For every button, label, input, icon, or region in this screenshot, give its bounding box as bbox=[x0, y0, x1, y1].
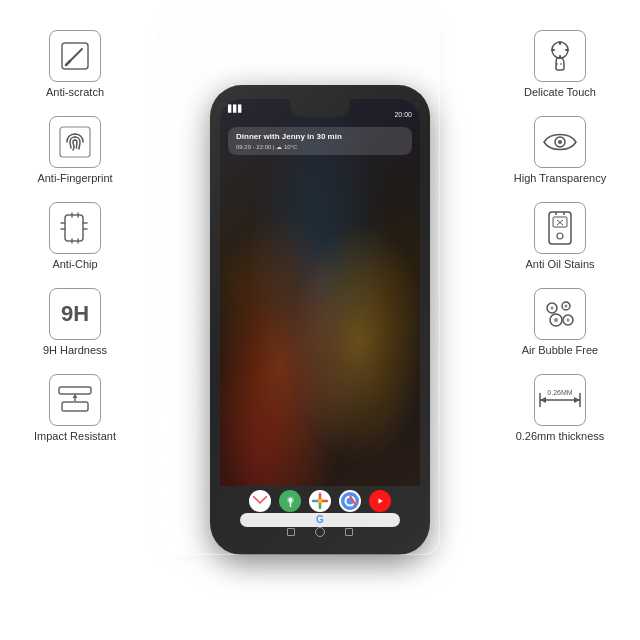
feature-anti-scratch: Anti-scratch bbox=[10, 30, 140, 98]
notification-card: Dinner with Jenny in 30 min 09:20 - 22:0… bbox=[228, 127, 412, 155]
9h-hardness-icon-box: 9H bbox=[49, 288, 101, 340]
touch-icon bbox=[542, 38, 578, 74]
svg-point-41 bbox=[567, 319, 570, 322]
signal-icon: ▋▋▋ bbox=[228, 105, 243, 113]
notification-title: Dinner with Jenny in 30 min bbox=[236, 132, 404, 141]
feature-air-bubble-free: Air Bubble Free bbox=[490, 288, 630, 356]
9h-hardness-label: 9H Hardness bbox=[43, 344, 107, 356]
photos-app-icon bbox=[309, 490, 331, 512]
left-features-column: Anti-scratch Anti-Fingerprint bbox=[10, 30, 140, 442]
bubbles-icon bbox=[542, 296, 578, 332]
eye-icon bbox=[542, 127, 578, 157]
svg-point-26 bbox=[558, 140, 562, 144]
main-container: Anti-scratch Anti-Fingerprint bbox=[0, 0, 640, 640]
air-bubble-free-icon-box bbox=[534, 288, 586, 340]
home-button bbox=[315, 527, 325, 537]
anti-scratch-label: Anti-scratch bbox=[46, 86, 104, 98]
svg-marker-43 bbox=[540, 397, 546, 403]
air-bubble-free-label: Air Bubble Free bbox=[522, 344, 598, 356]
9h-text: 9H bbox=[61, 303, 89, 325]
anti-oil-stains-label: Anti Oil Stains bbox=[525, 258, 594, 270]
nav-bar bbox=[287, 527, 353, 537]
svg-rect-3 bbox=[60, 127, 90, 157]
026mm-thickness-icon-box: 0.26MM bbox=[534, 374, 586, 426]
delicate-touch-label: Delicate Touch bbox=[524, 86, 596, 98]
feature-anti-chip: Anti-Chip bbox=[10, 202, 140, 270]
scratch-icon bbox=[58, 39, 92, 73]
chrome-app-icon bbox=[339, 490, 361, 512]
phone-mockup: ▋▋▋ 20:00 Dinner with Jenny in 30 min 09… bbox=[190, 35, 450, 605]
026mm-thickness-label: 0.26mm thickness bbox=[516, 430, 605, 442]
anti-fingerprint-icon-box bbox=[49, 116, 101, 168]
feature-9h-hardness: 9H 9H Hardness bbox=[10, 288, 140, 356]
feature-026mm-thickness: 0.26MM 0.26mm thickness bbox=[490, 374, 630, 442]
right-features-column: Delicate Touch High Transparency bbox=[490, 30, 630, 442]
phone-body: ▋▋▋ 20:00 Dinner with Jenny in 30 min 09… bbox=[210, 85, 430, 555]
feature-high-transparency: High Transparency bbox=[490, 116, 630, 184]
svg-point-11 bbox=[288, 498, 292, 502]
fingerprint-icon bbox=[57, 124, 93, 160]
notification-sub: 09:20 - 22:00 | ☁ 10°C bbox=[236, 143, 404, 150]
phone-shield-icon bbox=[545, 210, 575, 246]
phone-notch bbox=[290, 99, 350, 117]
svg-rect-5 bbox=[59, 387, 91, 394]
svg-line-2 bbox=[66, 61, 70, 65]
high-transparency-label: High Transparency bbox=[514, 172, 606, 184]
feature-delicate-touch: Delicate Touch bbox=[490, 30, 630, 98]
anti-fingerprint-label: Anti-Fingerprint bbox=[37, 172, 112, 184]
svg-point-38 bbox=[551, 307, 554, 310]
feature-anti-oil-stains: Anti Oil Stains bbox=[490, 202, 630, 270]
chip-icon bbox=[58, 211, 92, 245]
svg-point-40 bbox=[554, 318, 558, 322]
svg-rect-4 bbox=[65, 215, 83, 241]
svg-point-39 bbox=[565, 305, 568, 308]
svg-marker-44 bbox=[574, 397, 580, 403]
anti-scratch-icon-box bbox=[49, 30, 101, 82]
gmail-app-icon bbox=[249, 490, 271, 512]
anti-oil-stains-icon-box bbox=[534, 202, 586, 254]
svg-rect-6 bbox=[62, 402, 88, 411]
impact-icon bbox=[56, 384, 94, 416]
back-button bbox=[287, 528, 295, 536]
impact-resistant-label: Impact Resistant bbox=[34, 430, 116, 442]
google-g: G bbox=[316, 514, 324, 525]
phone-bottom-bar: G bbox=[220, 486, 420, 541]
time-display: 20:00 bbox=[394, 111, 412, 118]
feature-impact-resistant: Impact Resistant bbox=[10, 374, 140, 442]
svg-point-31 bbox=[557, 233, 563, 239]
anti-chip-label: Anti-Chip bbox=[52, 258, 97, 270]
screen-background bbox=[220, 99, 420, 541]
impact-resistant-icon-box bbox=[49, 374, 101, 426]
app-icons-row bbox=[249, 490, 391, 512]
recents-button bbox=[345, 528, 353, 536]
maps-app-icon bbox=[279, 490, 301, 512]
feature-anti-fingerprint: Anti-Fingerprint bbox=[10, 116, 140, 184]
google-search-bar: G bbox=[240, 513, 400, 527]
anti-chip-icon-box bbox=[49, 202, 101, 254]
phone-screen: ▋▋▋ 20:00 Dinner with Jenny in 30 min 09… bbox=[220, 99, 420, 541]
youtube-app-icon bbox=[369, 490, 391, 512]
high-transparency-icon-box bbox=[534, 116, 586, 168]
svg-text:0.26MM: 0.26MM bbox=[547, 389, 572, 396]
delicate-touch-icon-box bbox=[534, 30, 586, 82]
ruler-icon: 0.26MM bbox=[538, 385, 582, 415]
